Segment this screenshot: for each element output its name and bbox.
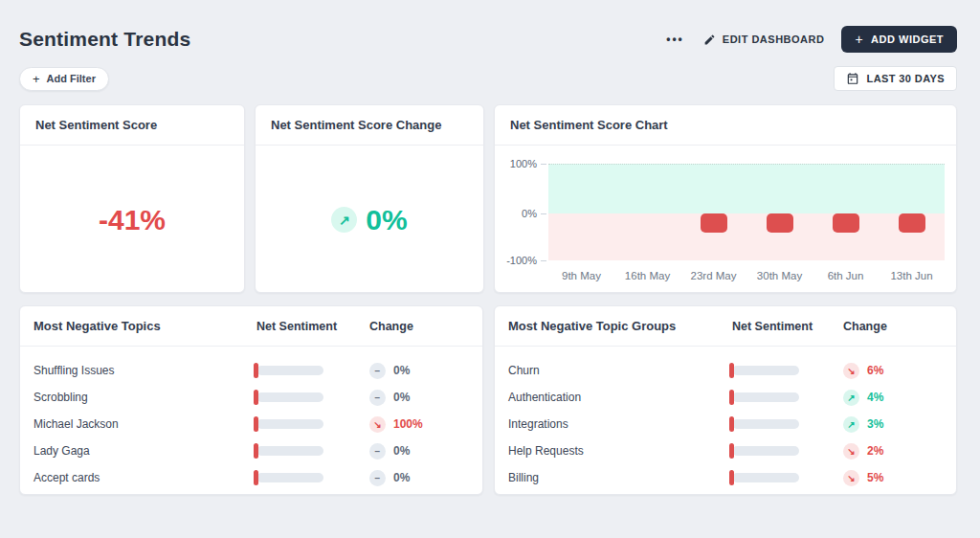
ellipsis-icon: ••• [666, 33, 684, 46]
table-row[interactable]: Help Requests ↘2% [508, 437, 943, 464]
topic-group-label: Billing [508, 471, 732, 484]
add-widget-label: ADD WIDGET [871, 34, 944, 45]
x-tick-label: 9th May [548, 270, 614, 281]
date-range-label: LAST 30 DAYS [867, 73, 945, 84]
bar-handle [729, 416, 734, 432]
score-change-indicator: ↗ 0% [331, 204, 407, 236]
table-header: Most Negative Topic Groups Net Sentiment… [495, 306, 956, 347]
bar-handle [254, 390, 258, 405]
chart-plot-area [548, 164, 945, 260]
topic-label: Shuffling Issues [33, 364, 256, 377]
topic-group-label: Authentication [508, 391, 732, 404]
add-widget-button[interactable]: + ADD WIDGET [841, 26, 957, 53]
bar-handle [729, 470, 734, 485]
trend-arrow-icon: ↘ [369, 416, 386, 433]
sentiment-bar [256, 419, 323, 429]
change-indicator: −0% [369, 363, 469, 379]
table-row[interactable]: Scrobbling −0% [33, 384, 469, 411]
table-title: Most Negative Topic Groups [508, 319, 732, 333]
x-tick-label: 13th Jun [879, 270, 945, 281]
bar-handle [729, 363, 734, 378]
table-row[interactable]: Shuffling Issues −0% [33, 357, 469, 384]
add-filter-label: Add Filter [47, 73, 96, 84]
table-row[interactable]: Integrations ↗3% [508, 411, 943, 437]
trend-arrow-icon: − [369, 443, 386, 460]
change-indicator: −0% [369, 470, 469, 486]
chart-bar[interactable] [767, 213, 793, 233]
plus-icon: + [855, 33, 863, 46]
sentiment-bar [732, 419, 799, 429]
sentiment-bar [732, 392, 799, 402]
y-tick-label: 100% [510, 158, 537, 169]
bar-handle [729, 390, 734, 405]
trend-arrow-icon: ↘ [843, 443, 859, 460]
trend-arrow-icon: − [369, 363, 386, 379]
edit-dashboard-button[interactable]: EDIT DASHBOARD [703, 34, 825, 46]
trend-up-icon: ↗ [331, 207, 357, 233]
topic-label: Lady Gaga [33, 444, 256, 458]
plus-icon: + [33, 72, 40, 86]
table-body: Shuffling Issues −0% Scrobbling −0% Mich… [20, 347, 482, 491]
chart-bar[interactable] [899, 213, 925, 233]
table-row[interactable]: Authentication ↗4% [508, 384, 943, 411]
table-row[interactable]: Accept cards −0% [33, 464, 469, 491]
y-tick-label: 0% [522, 208, 537, 219]
sentiment-bar [732, 473, 799, 482]
kpi-body: -41% [20, 146, 244, 293]
table-row[interactable]: Lady Gaga −0% [33, 437, 469, 464]
positive-region [548, 164, 945, 213]
chart-bar[interactable] [833, 213, 859, 233]
page-title: Sentiment Trends [19, 28, 190, 51]
net-sentiment-score-card: Net Sentiment Score -41% [19, 104, 245, 293]
add-filter-button[interactable]: + Add Filter [19, 67, 109, 91]
change-indicator: ↘2% [843, 443, 943, 460]
sentiment-chart: 100% 0% -100% [495, 146, 956, 260]
calendar-icon [846, 72, 859, 85]
sentiment-bar [256, 473, 323, 482]
sentiment-bar [732, 446, 799, 456]
header-actions: ••• EDIT DASHBOARD + ADD WIDGET [664, 26, 957, 53]
change-indicator: ↘6% [843, 363, 943, 379]
filter-bar: + Add Filter LAST 30 DAYS [19, 66, 957, 91]
topic-group-label: Integrations [508, 417, 732, 431]
card-title: Net Sentiment Score Chart [495, 105, 956, 146]
trend-arrow-icon: ↘ [843, 363, 859, 379]
change-indicator: −0% [369, 390, 469, 406]
trend-arrow-icon: − [369, 390, 386, 406]
net-sentiment-score-chart-card: Net Sentiment Score Chart 100% 0% -100% [494, 104, 957, 293]
card-title: Net Sentiment Score Change [256, 105, 483, 146]
widget-row-bottom: Most Negative Topics Net Sentiment Chang… [19, 305, 957, 495]
chart-bar[interactable] [701, 213, 727, 233]
chart-y-axis: 100% 0% -100% [495, 164, 548, 260]
column-header-net-sentiment: Net Sentiment [732, 320, 843, 333]
pencil-icon [703, 34, 716, 46]
x-tick-label: 6th Jun [813, 270, 879, 281]
topic-group-label: Churn [508, 364, 732, 377]
trend-arrow-icon: ↘ [843, 470, 859, 486]
more-options-button[interactable]: ••• [664, 29, 686, 50]
date-range-button[interactable]: LAST 30 DAYS [834, 66, 957, 91]
change-indicator: ↗4% [843, 390, 943, 406]
bar-handle [254, 470, 258, 485]
page-header: Sentiment Trends ••• EDIT DASHBOARD + AD… [19, 23, 957, 56]
table-row[interactable]: Churn ↘6% [508, 357, 943, 384]
table-row[interactable]: Billing ↘5% [508, 464, 943, 491]
kpi-body: ↗ 0% [256, 146, 483, 293]
table-row[interactable]: Michael Jackson ↘100% [33, 411, 469, 437]
x-tick-label: 23rd May [680, 270, 746, 281]
bar-handle [729, 443, 734, 459]
bar-handle [254, 416, 258, 432]
widget-row-top: Net Sentiment Score -41% Net Sentiment S… [19, 104, 957, 293]
topic-label: Scrobbling [33, 391, 256, 404]
change-indicator: ↗3% [843, 416, 943, 433]
y-tick-label: -100% [506, 255, 537, 266]
score-change-value: 0% [366, 204, 407, 236]
x-tick-label: 30th May [746, 270, 813, 281]
chart-x-axis: 9th May 16th May 23rd May 30th May 6th J… [548, 270, 945, 281]
topic-label: Accept cards [33, 471, 256, 484]
x-tick-label: 16th May [614, 270, 680, 281]
sentiment-bar [732, 366, 799, 375]
bar-handle [254, 363, 258, 378]
table-body: Churn ↘6% Authentication ↗4% Integration… [495, 347, 956, 491]
trend-arrow-icon: ↗ [843, 416, 859, 433]
